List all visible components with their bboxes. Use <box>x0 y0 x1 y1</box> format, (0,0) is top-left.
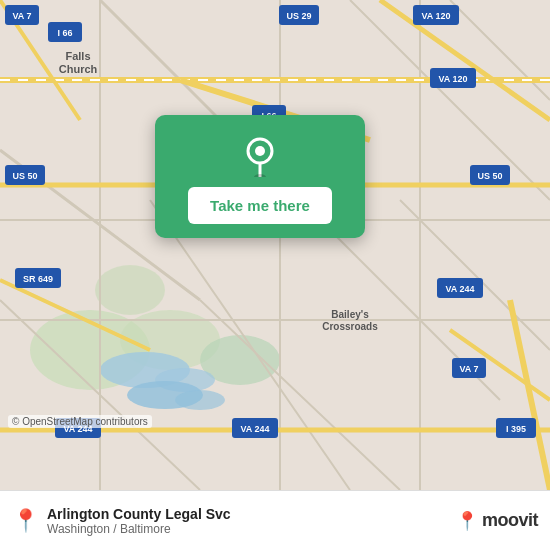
map-container: I 66 I 66 US 29 VA 120 VA 120 US 50 US 5… <box>0 0 550 490</box>
moovit-logo: 📍 moovit <box>456 510 538 532</box>
svg-text:VA 244: VA 244 <box>240 424 269 434</box>
svg-text:US 50: US 50 <box>477 171 502 181</box>
svg-text:I 66: I 66 <box>57 28 72 38</box>
svg-text:VA 7: VA 7 <box>459 364 478 374</box>
bottom-location-info: Arlington County Legal Svc Washington / … <box>47 506 448 536</box>
take-me-there-button[interactable]: Take me there <box>188 187 332 224</box>
svg-text:US 50: US 50 <box>12 171 37 181</box>
location-pin-icon <box>238 133 282 177</box>
location-card: Take me there <box>155 115 365 238</box>
bottom-bar: 📍 Arlington County Legal Svc Washington … <box>0 490 550 550</box>
svg-text:SR 649: SR 649 <box>23 274 53 284</box>
svg-point-67 <box>255 146 265 156</box>
svg-point-8 <box>175 390 225 410</box>
svg-text:US 29: US 29 <box>286 11 311 21</box>
svg-text:Bailey's: Bailey's <box>331 309 369 320</box>
location-pin-icon: 📍 <box>12 508 39 534</box>
svg-point-4 <box>95 265 165 315</box>
moovit-brand-text: moovit <box>482 510 538 531</box>
location-title: Arlington County Legal Svc <box>47 506 448 522</box>
moovit-pin-icon: 📍 <box>456 510 478 532</box>
svg-text:Church: Church <box>59 63 98 75</box>
svg-text:VA 7: VA 7 <box>12 11 31 21</box>
svg-point-68 <box>254 174 266 177</box>
svg-text:Crossroads: Crossroads <box>322 321 378 332</box>
svg-text:VA 244: VA 244 <box>445 284 474 294</box>
svg-text:VA 120: VA 120 <box>438 74 467 84</box>
location-subtitle: Washington / Baltimore <box>47 522 448 536</box>
svg-text:Falls: Falls <box>65 50 90 62</box>
svg-text:VA 120: VA 120 <box>421 11 450 21</box>
map-copyright: © OpenStreetMap contributors <box>8 415 152 428</box>
svg-text:I 395: I 395 <box>506 424 526 434</box>
